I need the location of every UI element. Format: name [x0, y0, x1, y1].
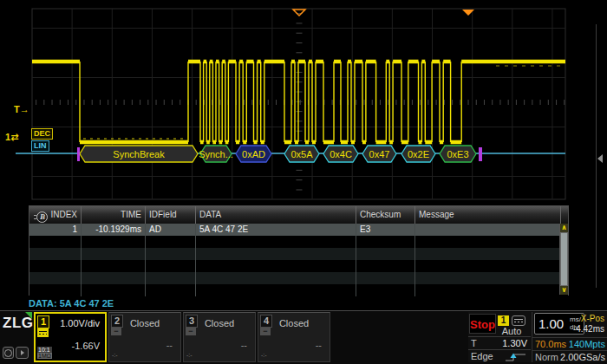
dc-coupling-icon: [37, 328, 49, 337]
table-cell: [356, 284, 415, 296]
table-cell: [146, 236, 196, 248]
capture-window-row: 70.0ms 140Mpts: [532, 337, 607, 349]
table-cell: [196, 284, 356, 296]
table-row[interactable]: [29, 284, 568, 296]
rising-edge-icon: [505, 351, 527, 364]
table-cell: E3: [356, 224, 415, 236]
channel4-box[interactable]: 4 − Closed -- -:-: [258, 312, 330, 362]
offscreen-arrows-icon: ⇄: [10, 132, 18, 142]
channel2-probe-info: -:-: [112, 352, 118, 358]
trigger-level-marker[interactable]: T→: [14, 104, 29, 114]
channel3-box[interactable]: 3 − Closed -- -:-: [183, 312, 256, 362]
memory-depth: 140Mpts: [569, 339, 605, 349]
trigger-level-row[interactable]: T 1.30V: [468, 336, 531, 348]
table-cell: [196, 272, 356, 284]
trigger-sweep-mode[interactable]: Auto: [497, 326, 526, 336]
table-cell: 5A 4C 47 2E: [196, 224, 356, 236]
trigger-type-row[interactable]: Edge: [468, 349, 531, 362]
table-cell: [29, 284, 82, 296]
table-row[interactable]: [29, 248, 568, 260]
table-cell: [356, 272, 415, 284]
table-cell: [82, 236, 146, 248]
channel3-status: Closed: [184, 318, 255, 328]
selected-data-readout: DATA: 5A 4C 47 2E: [29, 298, 114, 309]
table-cell: [29, 248, 82, 260]
status-bar: ZLG 1 1.00V/div -1.66V 10:1 1MΩ 2 − Clos…: [0, 310, 607, 364]
acquire-mode: Norm: [535, 352, 558, 362]
table-cell: [146, 260, 196, 272]
channel4-status: Closed: [258, 318, 330, 328]
table-cell: [415, 260, 561, 272]
table-cell: [415, 272, 561, 284]
decode-label-text: 0x47: [369, 149, 390, 159]
table-cell: [415, 284, 561, 296]
header-message: Message: [415, 206, 561, 224]
dec-badge[interactable]: DEC: [31, 128, 53, 140]
trigger-type-label: Edge: [471, 351, 493, 361]
table-cell: [415, 236, 561, 248]
trigger-delay-marker-icon[interactable]: [293, 10, 305, 16]
table-scrollbar[interactable]: ∧ ∨: [559, 224, 568, 295]
channel4-probe-info: -:-: [261, 352, 267, 358]
waveform-display: SynchBreakSynch...0xAD0x5A0x4C0x470x2E0x…: [0, 0, 607, 205]
side-panel-expand-icon[interactable]: [597, 154, 603, 163]
frame-end-marker: [479, 147, 482, 161]
table-cell: AD: [146, 224, 196, 236]
channel2-coupling-icon: −: [111, 328, 121, 335]
trigger-section: Stop 1 Auto T 1.30V Edge: [468, 312, 531, 362]
channel1-scale: 1.00V/div: [60, 318, 100, 328]
decode-table-header: BINDEX TIME IDField DATA Checksum Messag…: [29, 206, 568, 224]
channel1-box[interactable]: 1 1.00V/div -1.66V 10:1 1MΩ: [34, 312, 107, 362]
xpos-value: -4.42ms: [573, 324, 604, 334]
channel1-probe-info: 10:1 1MΩ: [37, 347, 52, 359]
channel1-offset: -1.66V: [72, 341, 100, 351]
scroll-thumb[interactable]: [560, 232, 568, 286]
table-cell: [82, 260, 146, 272]
table-cell: [82, 284, 146, 296]
lin-badge[interactable]: LIN: [31, 140, 49, 152]
trigger-level-label: T: [471, 338, 477, 348]
channel2-value: --: [166, 340, 173, 350]
decode-label-text: 0x2E: [408, 149, 429, 159]
table-row-selected[interactable]: 1-10.1929msAD5A 4C 47 2EE3: [29, 224, 568, 236]
table-cell: [196, 236, 356, 248]
scroll-up-button[interactable]: ∧: [560, 224, 568, 232]
trigger-coupling-icon[interactable]: [512, 315, 525, 326]
trigger-source-badge[interactable]: 1: [498, 315, 509, 326]
trigger-level-value: 1.30V: [502, 338, 527, 348]
decode-label-text: 0xAD: [242, 149, 265, 159]
oscilloscope-screen: SynchBreakSynch...0xAD0x5A0x4C0x470x2E0x…: [0, 0, 607, 364]
sample-rate-row: Norm 2.00GSa/s: [532, 350, 607, 362]
side-panel-divider: [596, 24, 597, 288]
channel1-position-marker[interactable]: 1⇄: [5, 132, 18, 142]
bus-icon: B: [36, 211, 48, 223]
table-row[interactable]: [29, 260, 568, 272]
scroll-down-button[interactable]: ∨: [560, 286, 568, 295]
pointer-tool-icon[interactable]: [16, 347, 29, 359]
header-idfield: IDField: [146, 206, 196, 224]
sample-rate: 2.00GSa/s: [560, 352, 605, 362]
decode-label-text: Synch...: [199, 149, 233, 159]
table-cell: [356, 260, 415, 272]
corner-fold-icon: [25, 312, 32, 319]
acquisition-status[interactable]: Stop: [469, 314, 496, 334]
channel2-status: Closed: [109, 318, 180, 328]
channel1-number: 1: [37, 315, 49, 328]
timebase-scale-value: 1.00: [538, 316, 564, 331]
channel4-coupling-icon: −: [260, 328, 271, 335]
xpos-label: X-Pos: [581, 314, 604, 323]
decode-label-text: 0x5A: [290, 149, 313, 159]
channel2-box[interactable]: 2 − Closed -- -:-: [108, 312, 181, 362]
touch-gesture-icon[interactable]: [3, 347, 14, 359]
table-cell: [196, 248, 356, 260]
table-cell: [146, 272, 196, 284]
table-row[interactable]: [29, 236, 568, 248]
table-row[interactable]: [29, 272, 568, 284]
channel4-value: --: [316, 340, 322, 350]
logo-section: ZLG: [0, 311, 33, 364]
decode-table-body: 1-10.1929msAD5A 4C 47 2EE3: [29, 224, 568, 296]
table-cell: [356, 236, 415, 248]
decode-table: BINDEX TIME IDField DATA Checksum Messag…: [29, 205, 569, 296]
header-checksum: Checksum: [356, 206, 415, 224]
table-cell: [356, 248, 415, 260]
